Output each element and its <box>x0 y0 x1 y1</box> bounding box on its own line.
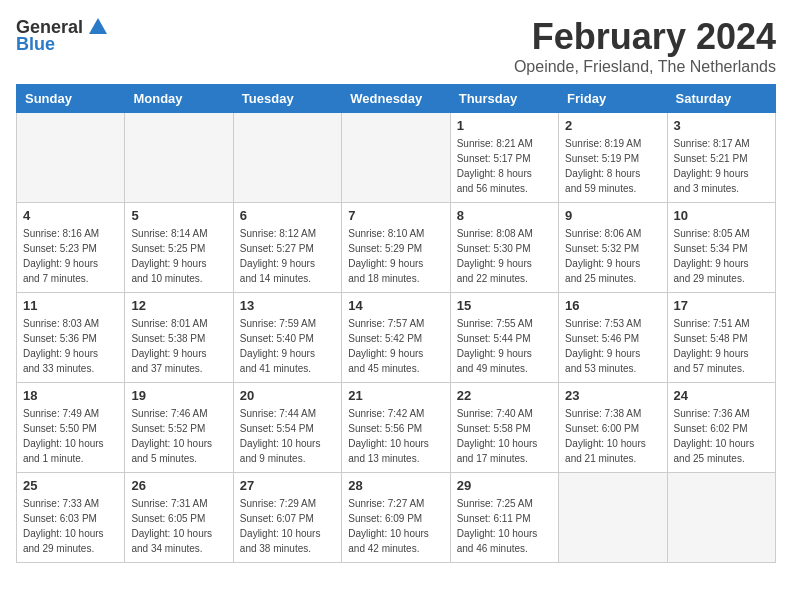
day-number: 13 <box>240 298 335 313</box>
day-number: 21 <box>348 388 443 403</box>
calendar-cell: 12Sunrise: 8:01 AMSunset: 5:38 PMDayligh… <box>125 293 233 383</box>
weekday-header-saturday: Saturday <box>667 85 775 113</box>
day-number: 23 <box>565 388 660 403</box>
logo-icon <box>87 16 109 38</box>
calendar-cell: 15Sunrise: 7:55 AMSunset: 5:44 PMDayligh… <box>450 293 558 383</box>
day-info: Sunrise: 7:36 AMSunset: 6:02 PMDaylight:… <box>674 406 769 466</box>
day-number: 12 <box>131 298 226 313</box>
calendar-week-3: 11Sunrise: 8:03 AMSunset: 5:36 PMDayligh… <box>17 293 776 383</box>
calendar-cell: 17Sunrise: 7:51 AMSunset: 5:48 PMDayligh… <box>667 293 775 383</box>
day-info: Sunrise: 7:53 AMSunset: 5:46 PMDaylight:… <box>565 316 660 376</box>
calendar-cell: 20Sunrise: 7:44 AMSunset: 5:54 PMDayligh… <box>233 383 341 473</box>
logo-blue: Blue <box>16 34 55 55</box>
day-info: Sunrise: 7:33 AMSunset: 6:03 PMDaylight:… <box>23 496 118 556</box>
weekday-header-wednesday: Wednesday <box>342 85 450 113</box>
day-info: Sunrise: 7:25 AMSunset: 6:11 PMDaylight:… <box>457 496 552 556</box>
title-section: February 2024 Opeinde, Friesland, The Ne… <box>514 16 776 76</box>
month-year-title: February 2024 <box>514 16 776 58</box>
day-number: 2 <box>565 118 660 133</box>
day-number: 15 <box>457 298 552 313</box>
calendar-cell <box>233 113 341 203</box>
day-info: Sunrise: 7:55 AMSunset: 5:44 PMDaylight:… <box>457 316 552 376</box>
day-number: 25 <box>23 478 118 493</box>
day-number: 9 <box>565 208 660 223</box>
calendar-cell: 5Sunrise: 8:14 AMSunset: 5:25 PMDaylight… <box>125 203 233 293</box>
calendar-cell: 25Sunrise: 7:33 AMSunset: 6:03 PMDayligh… <box>17 473 125 563</box>
day-number: 20 <box>240 388 335 403</box>
calendar-cell: 7Sunrise: 8:10 AMSunset: 5:29 PMDaylight… <box>342 203 450 293</box>
calendar-week-1: 1Sunrise: 8:21 AMSunset: 5:17 PMDaylight… <box>17 113 776 203</box>
day-info: Sunrise: 7:42 AMSunset: 5:56 PMDaylight:… <box>348 406 443 466</box>
day-number: 4 <box>23 208 118 223</box>
calendar-cell <box>667 473 775 563</box>
day-info: Sunrise: 8:16 AMSunset: 5:23 PMDaylight:… <box>23 226 118 286</box>
day-number: 28 <box>348 478 443 493</box>
calendar-cell <box>125 113 233 203</box>
day-number: 8 <box>457 208 552 223</box>
day-number: 29 <box>457 478 552 493</box>
calendar-cell: 21Sunrise: 7:42 AMSunset: 5:56 PMDayligh… <box>342 383 450 473</box>
calendar-week-2: 4Sunrise: 8:16 AMSunset: 5:23 PMDaylight… <box>17 203 776 293</box>
day-info: Sunrise: 8:21 AMSunset: 5:17 PMDaylight:… <box>457 136 552 196</box>
page-header: General Blue February 2024 Opeinde, Frie… <box>16 16 776 76</box>
calendar-cell: 11Sunrise: 8:03 AMSunset: 5:36 PMDayligh… <box>17 293 125 383</box>
day-info: Sunrise: 7:27 AMSunset: 6:09 PMDaylight:… <box>348 496 443 556</box>
day-number: 18 <box>23 388 118 403</box>
day-info: Sunrise: 8:17 AMSunset: 5:21 PMDaylight:… <box>674 136 769 196</box>
day-number: 10 <box>674 208 769 223</box>
calendar-cell: 22Sunrise: 7:40 AMSunset: 5:58 PMDayligh… <box>450 383 558 473</box>
day-number: 26 <box>131 478 226 493</box>
calendar-cell: 10Sunrise: 8:05 AMSunset: 5:34 PMDayligh… <box>667 203 775 293</box>
calendar-cell: 4Sunrise: 8:16 AMSunset: 5:23 PMDaylight… <box>17 203 125 293</box>
logo: General Blue <box>16 16 109 55</box>
day-number: 14 <box>348 298 443 313</box>
calendar-cell: 8Sunrise: 8:08 AMSunset: 5:30 PMDaylight… <box>450 203 558 293</box>
day-info: Sunrise: 7:44 AMSunset: 5:54 PMDaylight:… <box>240 406 335 466</box>
calendar-cell: 1Sunrise: 8:21 AMSunset: 5:17 PMDaylight… <box>450 113 558 203</box>
location-subtitle: Opeinde, Friesland, The Netherlands <box>514 58 776 76</box>
day-info: Sunrise: 8:01 AMSunset: 5:38 PMDaylight:… <box>131 316 226 376</box>
day-info: Sunrise: 7:51 AMSunset: 5:48 PMDaylight:… <box>674 316 769 376</box>
day-number: 19 <box>131 388 226 403</box>
weekday-header-row: SundayMondayTuesdayWednesdayThursdayFrid… <box>17 85 776 113</box>
day-number: 7 <box>348 208 443 223</box>
day-number: 1 <box>457 118 552 133</box>
svg-marker-0 <box>89 18 107 34</box>
day-number: 11 <box>23 298 118 313</box>
day-info: Sunrise: 8:03 AMSunset: 5:36 PMDaylight:… <box>23 316 118 376</box>
calendar-cell: 2Sunrise: 8:19 AMSunset: 5:19 PMDaylight… <box>559 113 667 203</box>
day-info: Sunrise: 8:08 AMSunset: 5:30 PMDaylight:… <box>457 226 552 286</box>
day-info: Sunrise: 8:19 AMSunset: 5:19 PMDaylight:… <box>565 136 660 196</box>
day-info: Sunrise: 7:29 AMSunset: 6:07 PMDaylight:… <box>240 496 335 556</box>
weekday-header-monday: Monday <box>125 85 233 113</box>
day-info: Sunrise: 7:57 AMSunset: 5:42 PMDaylight:… <box>348 316 443 376</box>
day-info: Sunrise: 7:38 AMSunset: 6:00 PMDaylight:… <box>565 406 660 466</box>
calendar-cell <box>17 113 125 203</box>
calendar-cell: 28Sunrise: 7:27 AMSunset: 6:09 PMDayligh… <box>342 473 450 563</box>
day-info: Sunrise: 8:14 AMSunset: 5:25 PMDaylight:… <box>131 226 226 286</box>
day-number: 27 <box>240 478 335 493</box>
calendar-table: SundayMondayTuesdayWednesdayThursdayFrid… <box>16 84 776 563</box>
day-number: 24 <box>674 388 769 403</box>
calendar-cell: 16Sunrise: 7:53 AMSunset: 5:46 PMDayligh… <box>559 293 667 383</box>
day-info: Sunrise: 8:05 AMSunset: 5:34 PMDaylight:… <box>674 226 769 286</box>
day-info: Sunrise: 7:49 AMSunset: 5:50 PMDaylight:… <box>23 406 118 466</box>
calendar-cell: 3Sunrise: 8:17 AMSunset: 5:21 PMDaylight… <box>667 113 775 203</box>
calendar-cell: 24Sunrise: 7:36 AMSunset: 6:02 PMDayligh… <box>667 383 775 473</box>
day-number: 3 <box>674 118 769 133</box>
day-info: Sunrise: 7:31 AMSunset: 6:05 PMDaylight:… <box>131 496 226 556</box>
calendar-cell: 6Sunrise: 8:12 AMSunset: 5:27 PMDaylight… <box>233 203 341 293</box>
weekday-header-sunday: Sunday <box>17 85 125 113</box>
calendar-cell: 27Sunrise: 7:29 AMSunset: 6:07 PMDayligh… <box>233 473 341 563</box>
calendar-body: 1Sunrise: 8:21 AMSunset: 5:17 PMDaylight… <box>17 113 776 563</box>
calendar-header: SundayMondayTuesdayWednesdayThursdayFrid… <box>17 85 776 113</box>
day-info: Sunrise: 7:59 AMSunset: 5:40 PMDaylight:… <box>240 316 335 376</box>
calendar-week-5: 25Sunrise: 7:33 AMSunset: 6:03 PMDayligh… <box>17 473 776 563</box>
day-number: 17 <box>674 298 769 313</box>
calendar-cell: 14Sunrise: 7:57 AMSunset: 5:42 PMDayligh… <box>342 293 450 383</box>
calendar-cell <box>342 113 450 203</box>
day-info: Sunrise: 8:10 AMSunset: 5:29 PMDaylight:… <box>348 226 443 286</box>
calendar-cell: 29Sunrise: 7:25 AMSunset: 6:11 PMDayligh… <box>450 473 558 563</box>
weekday-header-tuesday: Tuesday <box>233 85 341 113</box>
weekday-header-friday: Friday <box>559 85 667 113</box>
